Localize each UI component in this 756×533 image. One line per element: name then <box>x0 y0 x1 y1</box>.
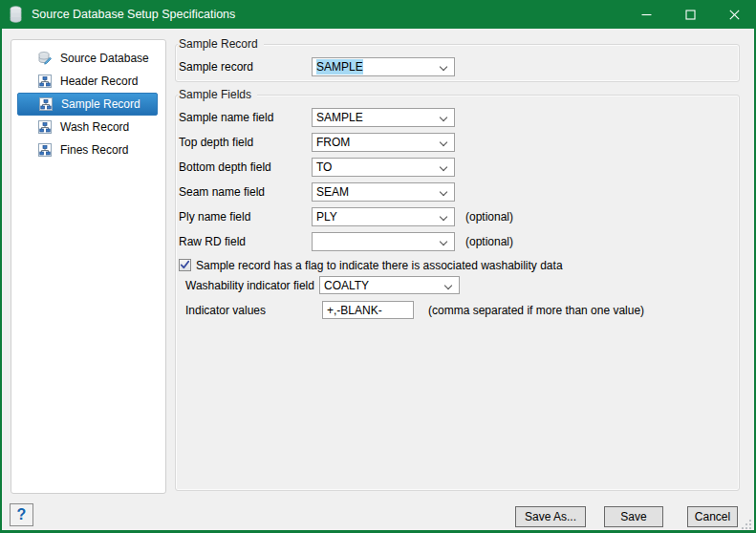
sidebar-item-fines-record[interactable]: Fines Record <box>17 139 158 161</box>
chevron-down-icon <box>440 63 447 71</box>
washability-indicator-field-label: Washability indicator field <box>185 279 314 292</box>
combo-value: SAMPLE <box>316 59 363 75</box>
sidebar-item-header-record[interactable]: Header Record <box>17 70 158 93</box>
resize-grip-icon[interactable] <box>741 517 752 528</box>
chevron-down-icon <box>440 188 447 196</box>
sample-fields-group: Sample Fields Sample name field SAMPLE T… <box>175 95 740 491</box>
sample-record-label: Sample record <box>179 60 253 74</box>
chevron-down-icon <box>440 213 447 221</box>
combo-value: SEAM <box>316 184 349 200</box>
sidebar-item-label: Wash Record <box>60 120 129 134</box>
chevron-down-icon <box>440 163 447 171</box>
chevron-down-icon <box>444 282 452 289</box>
sidebar-item-label: Source Database <box>60 52 149 65</box>
raw-rd-field-combobox[interactable] <box>312 232 455 251</box>
washability-flag-label[interactable]: Sample record has a flag to indicate the… <box>196 259 563 272</box>
sidebar-item-label: Header Record <box>60 75 138 88</box>
indicator-values-label: Indicator values <box>185 304 266 317</box>
record-icon <box>37 74 53 89</box>
dialog-window: Source Database Setup Specifications <box>0 0 756 533</box>
sidebar-item-label: Sample Record <box>61 97 140 111</box>
sample-record-combobox[interactable]: SAMPLE <box>312 57 455 76</box>
indicator-values-input[interactable] <box>322 301 414 319</box>
database-icon <box>9 6 24 23</box>
sample-name-field-label: Sample name field <box>179 111 273 124</box>
sample-name-field-combobox[interactable]: SAMPLE <box>312 108 455 127</box>
sidebar-item-sample-record[interactable]: Sample Record <box>17 93 158 116</box>
seam-name-field-combobox[interactable]: SEAM <box>312 182 455 202</box>
combo-value: FROM <box>316 135 350 150</box>
combo-value: COALTY <box>324 278 369 293</box>
record-icon <box>38 96 54 112</box>
group-title: Sample Fields <box>178 88 257 102</box>
combo-value: TO <box>316 160 332 175</box>
maximize-button[interactable] <box>668 0 712 29</box>
chevron-down-icon <box>440 238 447 245</box>
checkmark-icon <box>180 260 190 270</box>
window-controls <box>624 0 756 29</box>
bottom-depth-field-combobox[interactable]: TO <box>312 158 455 177</box>
top-depth-field-combobox[interactable]: FROM <box>312 133 455 152</box>
cancel-button[interactable]: Cancel <box>687 506 738 527</box>
seam-name-field-label: Seam name field <box>179 185 265 199</box>
record-icon <box>37 119 53 135</box>
database-edit-icon <box>37 51 53 66</box>
washability-indicator-field-combobox[interactable]: COALTY <box>319 276 460 294</box>
save-as-button[interactable]: Save As... <box>515 506 586 527</box>
help-question-icon: ? <box>17 506 27 523</box>
sidebar-item-wash-record[interactable]: Wash Record <box>17 116 158 139</box>
ply-name-field-combobox[interactable]: PLY <box>312 207 455 226</box>
sidebar-item-label: Fines Record <box>60 143 128 157</box>
bottom-depth-field-label: Bottom depth field <box>179 160 271 174</box>
minimize-button[interactable] <box>624 0 668 29</box>
indicator-values-note: (comma separated if more than one value) <box>428 304 644 317</box>
chevron-down-icon <box>440 114 447 121</box>
chevron-down-icon <box>440 139 447 146</box>
sidebar: Source Database Header Record <box>11 39 166 494</box>
group-title: Sample Record <box>178 37 264 52</box>
save-button[interactable]: Save <box>604 506 663 527</box>
sample-record-group: Sample Record Sample record SAMPLE <box>175 44 740 82</box>
top-depth-field-label: Top depth field <box>179 136 253 149</box>
close-button[interactable] <box>712 0 756 29</box>
record-icon <box>37 142 53 158</box>
sidebar-item-source-database[interactable]: Source Database <box>17 47 158 70</box>
raw-rd-optional-note: (optional) <box>465 235 513 248</box>
title-bar: Source Database Setup Specifications <box>0 0 756 29</box>
combo-value: PLY <box>316 209 337 224</box>
combo-value: SAMPLE <box>316 110 363 125</box>
ply-name-field-label: Ply name field <box>179 210 250 224</box>
help-button[interactable]: ? <box>10 503 33 526</box>
washability-flag-checkbox[interactable] <box>179 259 191 271</box>
raw-rd-field-label: Raw RD field <box>179 235 246 248</box>
window-title: Source Database Setup Specifications <box>32 8 235 21</box>
ply-optional-note: (optional) <box>465 210 513 224</box>
